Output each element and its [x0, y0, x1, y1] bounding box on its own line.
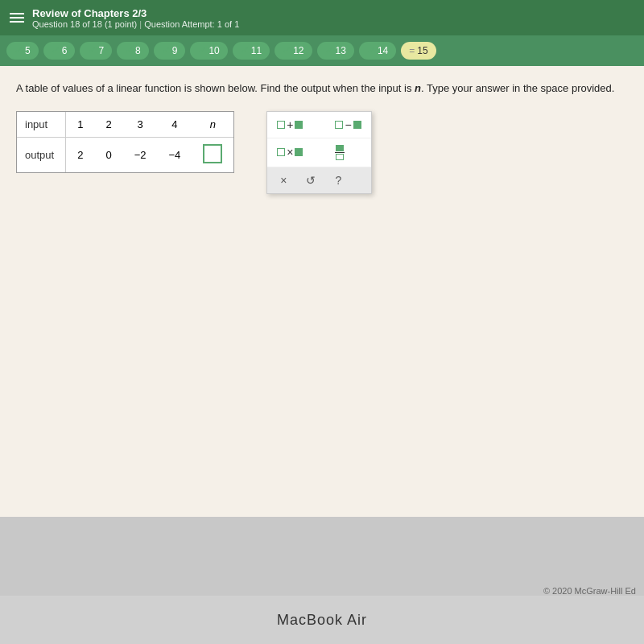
copyright-text: © 2020 McGraw-Hill Ed: [543, 586, 636, 596]
input-val-4: 4: [157, 112, 192, 138]
box-outline-icon: [277, 121, 285, 129]
box-outline-icon2: [335, 121, 343, 129]
nav-pill-15[interactable]: =15: [401, 42, 436, 60]
input-label: input: [17, 112, 66, 138]
toolbar-undo-btn[interactable]: ↺: [299, 172, 322, 188]
input-val-1: 1: [66, 112, 95, 138]
fraction-icon: [335, 145, 345, 160]
value-table-wrapper: input 1 2 3 4 n output 2 0 −2 −4: [16, 111, 234, 173]
nav-pill-8[interactable]: ✓8: [117, 42, 149, 60]
nav-pill-5[interactable]: ✓5: [6, 42, 39, 60]
question-nav-bar: ✓5 ✓6 ✓7 ✓8 ✓9 ✓10 ✓11 ✓12 ✓13 ✓14 =15: [0, 35, 644, 66]
nav-pill-13[interactable]: ✓13: [317, 42, 354, 60]
answer-input-cell[interactable]: [192, 137, 233, 172]
macbook-label: MacBook Air: [277, 612, 367, 629]
toolbar-close-btn[interactable]: ×: [274, 172, 293, 188]
output-val-3: −2: [123, 137, 158, 172]
output-val-2: 0: [94, 137, 122, 172]
toolbar-row-actions: × ↺ ?: [267, 167, 370, 193]
main-content: A table of values of a linear function i…: [0, 66, 644, 517]
nav-pill-7[interactable]: ✓7: [80, 42, 112, 60]
output-val-1: 2: [66, 137, 95, 172]
box-filled-icon3: [295, 148, 303, 156]
toolbar-btn-multiply[interactable]: ×: [274, 144, 306, 160]
macbook-bar: MacBook Air: [0, 596, 644, 644]
attempt-value: 1 of 1: [217, 19, 240, 29]
nav-pill-9[interactable]: ✓9: [154, 42, 186, 60]
header-text: Review of Chapters 2/3 Question 18 of 18…: [32, 7, 239, 29]
toolbar-row-1: + −: [267, 112, 370, 138]
toolbar-row-2: ×: [267, 138, 370, 167]
question-info: Question 18 of 18 (1 point) | Question A…: [32, 19, 239, 29]
nav-pill-10[interactable]: ✓10: [190, 42, 227, 60]
box-filled-icon2: [353, 121, 361, 129]
box-outline-icon3: [277, 148, 285, 156]
toolbar-btn-subtract[interactable]: −: [332, 117, 364, 133]
input-val-n: n: [192, 112, 233, 138]
toolbar-btn-fraction[interactable]: [332, 143, 348, 162]
output-val-4: −4: [157, 137, 192, 172]
answer-box[interactable]: [203, 144, 222, 163]
review-title: Review of Chapters 2/3: [32, 7, 239, 19]
nav-pill-12[interactable]: ✓12: [275, 42, 312, 60]
nav-pill-11[interactable]: ✓11: [233, 42, 270, 60]
output-label: output: [17, 137, 66, 172]
toolbar-help-btn[interactable]: ?: [328, 172, 348, 188]
toolbar-btn-add[interactable]: +: [274, 117, 306, 133]
question-text: A table of values of a linear function i…: [16, 80, 628, 97]
table-row-input: input 1 2 3 4 n: [17, 112, 233, 138]
input-val-2: 2: [94, 112, 122, 138]
box-filled-icon: [295, 121, 303, 129]
app-header: Review of Chapters 2/3 Question 18 of 18…: [0, 0, 644, 35]
input-val-3: 3: [123, 112, 158, 138]
hamburger-icon[interactable]: [10, 13, 24, 23]
question-number: Question 18 of 18 (1 point): [32, 19, 137, 29]
nav-pill-6[interactable]: ✓6: [43, 42, 76, 60]
math-toolbar: + − ×: [266, 111, 371, 194]
table-row-output: output 2 0 −2 −4: [17, 137, 233, 172]
value-table: input 1 2 3 4 n output 2 0 −2 −4: [17, 112, 233, 172]
attempt-label: Question Attempt:: [144, 19, 214, 29]
nav-pill-14[interactable]: ✓14: [359, 42, 396, 60]
